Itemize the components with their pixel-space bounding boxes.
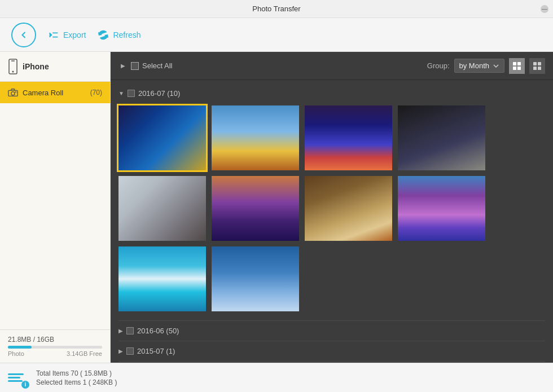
device-label: iPhone <box>0 52 110 82</box>
group-controls: Group: by Month <box>427 58 545 74</box>
back-button[interactable] <box>11 23 36 47</box>
group-label-2016-06: 2016-06 (50) <box>137 327 179 335</box>
photo-thumb-2[interactable] <box>212 105 299 170</box>
group-label-2015-07: 2015-07 (1) <box>137 347 175 355</box>
group-arrow-down: ▼ <box>118 90 124 96</box>
svg-rect-10 <box>533 62 537 65</box>
photo-thumb-8[interactable] <box>398 176 485 241</box>
group-header-2016-07[interactable]: ▼ 2016-07 (10) <box>118 86 545 101</box>
photo-grid-2016-07 <box>118 101 545 320</box>
right-toolbar: ▶ Select All Group: by Month <box>111 52 553 80</box>
title-bar: Photo Transfer — <box>0 0 553 18</box>
photo-thumb-1[interactable] <box>118 105 206 170</box>
group-label-2016-07: 2016-07 (10) <box>138 89 180 98</box>
export-icon <box>47 29 60 41</box>
select-all-checkbox[interactable] <box>131 62 139 70</box>
photo-thumb-5[interactable] <box>118 176 206 241</box>
photo-thumb-6[interactable] <box>212 176 299 241</box>
chevron-down-icon <box>493 63 499 69</box>
storage-type: Photo 3.14GB Free <box>8 350 102 357</box>
storage-used: 21.8MB / 16GB <box>8 336 102 343</box>
camera-roll-count: (70) <box>90 89 102 96</box>
photo-thumb-7[interactable] <box>305 176 392 241</box>
svg-rect-12 <box>533 67 537 70</box>
svg-point-1 <box>12 71 14 73</box>
group-checkbox-2016-07[interactable] <box>128 90 135 97</box>
app-title: Photo Transfer <box>252 5 300 13</box>
photo-thumb-3[interactable] <box>305 105 392 170</box>
group-checkbox-2016-06[interactable] <box>126 327 134 334</box>
group-header-2015-07[interactable]: ▶ 2015-07 (1) <box>118 341 545 361</box>
grid-view-button[interactable] <box>509 58 525 74</box>
list-icon <box>533 61 542 71</box>
refresh-button[interactable]: Refresh <box>97 29 141 41</box>
refresh-icon <box>97 29 109 41</box>
group-label: Group: <box>427 61 450 70</box>
list-view-button[interactable] <box>529 58 545 74</box>
group-arrow-right-2015-07: ▶ <box>118 348 123 354</box>
iphone-icon <box>8 59 18 74</box>
group-header-2016-06[interactable]: ▶ 2016-06 (50) <box>118 320 545 341</box>
svg-rect-9 <box>517 67 521 70</box>
photo-thumb-4[interactable] <box>398 105 485 170</box>
total-items-label: Total Items 70 ( 15.8MB ) <box>36 369 117 377</box>
svg-rect-8 <box>513 67 516 70</box>
status-icon: i <box>8 367 29 389</box>
info-badge: i <box>21 381 29 389</box>
expand-arrow-button[interactable]: ▶ <box>118 61 128 71</box>
svg-rect-13 <box>538 67 541 70</box>
svg-rect-7 <box>517 62 521 65</box>
grid-icon <box>512 61 521 71</box>
group-dropdown[interactable]: by Month <box>454 59 504 73</box>
selected-items-label: Selected Items 1 ( 248KB ) <box>36 378 117 386</box>
status-line-3 <box>8 380 23 382</box>
group-checkbox-2015-07[interactable] <box>126 347 134 355</box>
bottom-status: i Total Items 70 ( 15.8MB ) Selected Ite… <box>0 363 553 392</box>
status-line-2 <box>8 377 20 378</box>
camera-roll-label: Camera Roll <box>23 89 63 97</box>
sidebar-status: 21.8MB / 16GB Photo 3.14GB Free <box>0 329 110 363</box>
select-all-label: Select All <box>142 61 172 70</box>
photo-thumb-10[interactable] <box>212 246 299 311</box>
window-controls: — <box>537 0 548 17</box>
back-arrow-icon <box>18 29 29 41</box>
photo-thumb-9[interactable] <box>118 246 206 311</box>
group-arrow-right-2016-06: ▶ <box>118 328 123 334</box>
status-line-1 <box>8 373 24 375</box>
svg-rect-6 <box>513 62 516 65</box>
right-panel: ▶ Select All Group: by Month <box>111 52 553 363</box>
svg-point-4 <box>11 92 15 95</box>
storage-bar-fill <box>8 346 32 349</box>
minimize-button[interactable]: — <box>541 5 548 13</box>
storage-bar <box>8 346 102 349</box>
sidebar-item-camera-roll[interactable]: Camera Roll (70) <box>0 82 110 103</box>
sidebar: iPhone Camera Roll (70) 21.8MB / 16GB <box>0 52 111 363</box>
camera-icon <box>8 87 18 98</box>
select-all-area[interactable]: Select All <box>131 61 172 70</box>
main-area: iPhone Camera Roll (70) 21.8MB / 16GB <box>0 52 553 363</box>
content-area[interactable]: ▼ 2016-07 (10) ▶ 2016-06 (50) <box>111 80 553 363</box>
svg-rect-11 <box>538 62 541 65</box>
status-text: Total Items 70 ( 15.8MB ) Selected Items… <box>36 369 117 386</box>
svg-rect-5 <box>15 91 17 93</box>
export-button[interactable]: Export <box>47 29 86 41</box>
toolbar: Export Refresh <box>0 18 553 52</box>
